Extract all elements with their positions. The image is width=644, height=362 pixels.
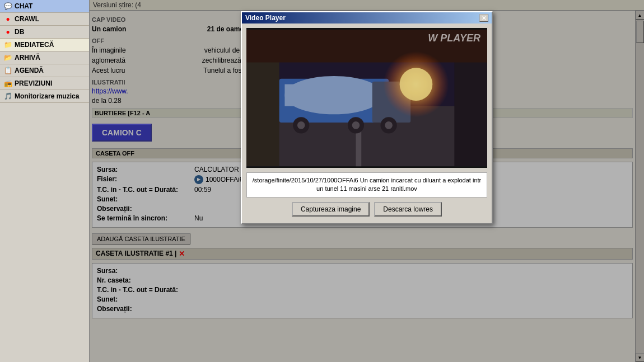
sidebar-item-label: DB [15, 28, 24, 36]
sidebar-item-label: ARHIVĂ [15, 54, 40, 62]
agenda-icon: 📋 [3, 66, 12, 75]
sidebar-item-label: CHAT [15, 2, 32, 10]
sidebar-item-label: CRAWL [15, 15, 39, 23]
folder-icon: 📁 [3, 40, 12, 49]
sidebar-item-db[interactable]: ● DB [0, 26, 89, 39]
sidebar-item-previziuni[interactable]: 📻 PREVIZIUNI [0, 77, 89, 90]
previziuni-icon: 📻 [3, 79, 12, 88]
archive-icon: 📂 [3, 53, 12, 62]
sidebar-item-chat[interactable]: 💬 CHAT [0, 0, 89, 13]
sidebar-item-arhiva[interactable]: 📂 ARHIVĂ [0, 51, 89, 64]
sidebar-item-label: PREVIZIUNI [15, 79, 52, 87]
chat-icon: 💬 [3, 2, 12, 11]
sidebar-item-label: MEDIATECĂ [15, 41, 54, 49]
music-icon: 🎵 [3, 92, 12, 101]
sidebar-item-mediateca[interactable]: 📁 MEDIATECĂ [0, 39, 89, 51]
video-frame: W PLAYER [246, 28, 487, 168]
sidebar: 💬 CHAT ● CRAWL ● DB 📁 MEDIATECĂ 📂 ARHIVĂ… [0, 0, 90, 362]
modal-body: W PLAYER /storage/finite/2015/10/27/1000… [242, 23, 492, 223]
sidebar-item-crawl[interactable]: ● CRAWL [0, 13, 89, 26]
sidebar-item-label: Monitorizare muzica [15, 92, 79, 100]
file-path-display: /storage/finite/2015/10/27/1000OFFAi6 Un… [246, 172, 487, 198]
video-thumbnail [246, 28, 487, 168]
modal-titlebar: Video Player ✕ [242, 12, 492, 23]
capture-image-button[interactable]: Captureaza imagine [292, 202, 370, 217]
download-lowres-button[interactable]: Descarca lowres [374, 202, 442, 217]
sidebar-item-label: AGENDĂ [15, 67, 44, 74]
video-player-modal: Video Player ✕ [241, 11, 493, 224]
sidebar-item-agenda[interactable]: 📋 AGENDĂ [0, 64, 89, 77]
watermark-text: W PLAYER [428, 32, 480, 44]
sidebar-item-monitorizare[interactable]: 🎵 Monitorizare muzica [0, 90, 89, 103]
modal-buttons: Captureaza imagine Descarca lowres [246, 202, 487, 219]
crawl-icon: ● [3, 15, 12, 23]
modal-overlay: Video Player ✕ [90, 0, 644, 362]
db-icon: ● [3, 27, 12, 36]
main-content: Versiuni știre: (4 CAP VIDEO Un camion 2… [90, 0, 644, 362]
svg-rect-18 [246, 30, 487, 166]
modal-close-button[interactable]: ✕ [479, 14, 488, 22]
modal-title: Video Player [245, 14, 286, 22]
